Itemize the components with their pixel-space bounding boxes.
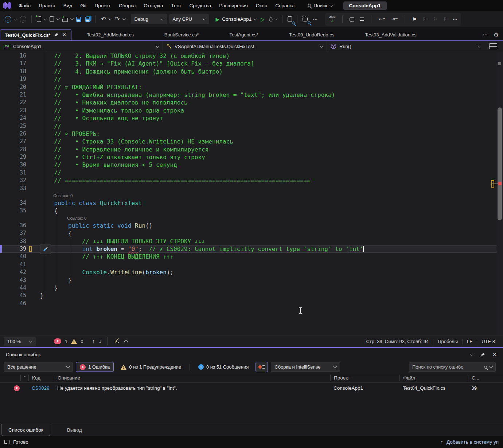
chevron-down-icon[interactable] (109, 17, 112, 20)
glyph-margin[interactable] (28, 237, 40, 245)
whitespace-indicator[interactable]: Пробелы (433, 339, 462, 344)
error-count-icon[interactable]: ✗ (54, 338, 61, 344)
warning-icon[interactable] (71, 339, 77, 344)
glyph-margin[interactable] (28, 169, 40, 177)
chevron-down-icon[interactable] (490, 365, 493, 368)
type-dropdown[interactable]: VSAgentAI.ManualTests.QuickFixTest (163, 41, 327, 52)
previous-bookmark-button[interactable]: ⚐ (421, 15, 428, 24)
menu-item-файл[interactable]: Файл (15, 0, 35, 11)
decrease-indent-button[interactable]: ⇤≡ (377, 15, 386, 23)
navigate-back-button[interactable]: ← (4, 15, 12, 24)
error-description-cell[interactable]: Не удается неявно преобразовать тип "str… (54, 385, 330, 391)
line-number[interactable]: 21 (0, 91, 28, 99)
panel-tab-вывод[interactable]: Вывод (61, 424, 89, 436)
line-number[interactable]: 40 (0, 253, 28, 260)
glyph-margin[interactable] (28, 60, 40, 67)
line-structure-button[interactable] (359, 16, 365, 22)
code-line-34[interactable]: 34 public class QuickFixTest (0, 199, 503, 207)
save-button[interactable] (75, 15, 82, 23)
next-issue-arrow-icon[interactable]: ↓ (98, 338, 101, 345)
pin-icon[interactable] (54, 32, 59, 38)
menu-item-расширения[interactable]: Расширения (215, 0, 252, 11)
column-header-Проект[interactable]: Проект (330, 375, 399, 381)
code-line-30[interactable]: 30 // • Время выполнения < 5 секунд (0, 161, 503, 169)
code-line-20[interactable]: 20 // ☑ ОЖИДАЕМЫЙ РЕЗУЛЬТАТ: (0, 83, 503, 91)
line-number[interactable]: 45 (0, 292, 28, 299)
code-line-31[interactable]: 31 // (0, 169, 503, 177)
line-number[interactable]: 29 (0, 153, 28, 161)
code-line-24[interactable]: 24 // • Остальной код не тронут (0, 114, 503, 122)
menu-item-git[interactable]: Git (76, 0, 90, 11)
warnings-filter-button[interactable]: 0 из 1 Предупреждение (117, 362, 185, 372)
glyph-margin[interactable] (28, 153, 40, 161)
line-number[interactable]: 39 (0, 245, 28, 253)
gear-icon[interactable]: ⚙ (494, 31, 499, 38)
code-line-36[interactable]: 36 public static void Run() (0, 222, 503, 229)
menu-item-правка[interactable]: Правка (35, 0, 59, 11)
code-line-26[interactable]: 26 // ⌕ ПРОВЕРЬ: (0, 130, 503, 138)
quick-actions-button[interactable] (40, 244, 51, 254)
glyph-margin[interactable] (28, 207, 40, 215)
error-file-cell[interactable]: Test04_QuickFix.cs (399, 385, 468, 391)
column-header[interactable]: ” (20, 375, 28, 381)
glyph-margin[interactable] (28, 130, 40, 138)
code-line-16[interactable]: 16 // 2. Выдели ТОЛЬКО строку 32 (с ошиб… (0, 52, 503, 60)
line-number[interactable]: 26 (0, 130, 28, 138)
increase-indent-button[interactable]: ⇥≡ (390, 15, 399, 23)
error-list-search-box[interactable] (409, 362, 496, 372)
code-line-44[interactable]: 44 } (0, 284, 503, 292)
chevron-up-icon[interactable] (124, 339, 128, 343)
line-number[interactable]: 43 (0, 276, 28, 284)
redo-button[interactable]: ↷ (113, 15, 121, 24)
line-number[interactable]: 19 (0, 75, 28, 83)
line-number[interactable]: 33 (0, 185, 28, 192)
glyph-margin[interactable] (28, 161, 40, 169)
glyph-margin[interactable] (28, 300, 40, 307)
chevron-down-icon[interactable] (14, 17, 17, 20)
line-number[interactable]: 38 (0, 237, 28, 245)
glyph-margin[interactable] (28, 138, 40, 145)
glyph-margin[interactable] (28, 222, 40, 229)
solution-name-badge[interactable]: ConsoleApp1 (343, 1, 387, 10)
line-number[interactable]: 42 (0, 268, 28, 276)
code-line-45[interactable]: 45} (0, 292, 503, 299)
chevron-down-icon[interactable] (122, 17, 126, 20)
line-ending-indicator[interactable]: LF (462, 339, 477, 344)
toggle-bookmark-button[interactable]: ⚑ (411, 15, 418, 24)
glyph-margin[interactable] (28, 122, 40, 130)
code-line-41[interactable]: 41 (0, 261, 503, 268)
glyph-margin[interactable] (28, 284, 40, 292)
save-all-button[interactable] (84, 15, 91, 23)
error-code-cell[interactable]: CS0029 (28, 385, 54, 391)
column-header-Код[interactable]: Код (28, 375, 54, 381)
new-file-button[interactable] (48, 15, 55, 23)
glyph-margin[interactable] (28, 146, 40, 153)
chevron-down-icon[interactable] (470, 352, 473, 356)
chevron-down-icon[interactable] (70, 17, 74, 20)
messages-filter-button[interactable]: i 0 из 51 Сообщения (194, 362, 253, 372)
error-line-cell[interactable]: 39 (468, 385, 486, 391)
glyph-margin[interactable] (28, 91, 40, 99)
line-number[interactable]: 35 (0, 207, 28, 215)
code-line-27[interactable]: 27 // • Строка 33 (Console.WriteLine) НЕ… (0, 138, 503, 145)
code-line-40[interactable]: 40 // ↑↑↑ КОНЕЦ ВЫДЕЛЕНИЯ ↑↑↑ (0, 253, 503, 260)
code-line-46[interactable]: 46 (0, 300, 503, 307)
zoom-dropdown[interactable]: 100 % (4, 337, 36, 346)
menu-item-отладка[interactable]: Отладка (140, 0, 167, 11)
panel-tab-список-ошибок[interactable]: Список ошибок (1, 424, 50, 436)
tab-Test04-QuickFix-cs-[interactable]: Test04_QuickFix.cs*✕ (0, 29, 71, 40)
toolbar-overflow-button[interactable]: ⋯ (313, 16, 318, 22)
line-number[interactable]: 16 (0, 52, 28, 60)
feedback-bubble-icon[interactable] (4, 440, 9, 444)
line-number[interactable]: 32 (0, 177, 28, 184)
code-line-39[interactable]: 39 int broken = "0"; // ✗ CS0029: Cannot… (0, 245, 503, 253)
code-line-21[interactable]: 21 // • Ошибка исправлена (например: str… (0, 91, 503, 99)
search-icon[interactable] (484, 366, 487, 369)
code-line-29[interactable]: 29 // • Ctrl+Z откатывает только эту стр… (0, 153, 503, 161)
glyph-margin[interactable] (28, 253, 40, 260)
start-without-debugging-button[interactable]: ▷ (260, 15, 266, 24)
project-dropdown[interactable]: C# ConsoleApp1 (0, 41, 163, 52)
line-number[interactable]: 23 (0, 107, 28, 114)
tab-TestAgent-cs-[interactable]: TestAgent.cs* (214, 29, 274, 40)
code-line-35[interactable]: 35 { (0, 207, 503, 215)
